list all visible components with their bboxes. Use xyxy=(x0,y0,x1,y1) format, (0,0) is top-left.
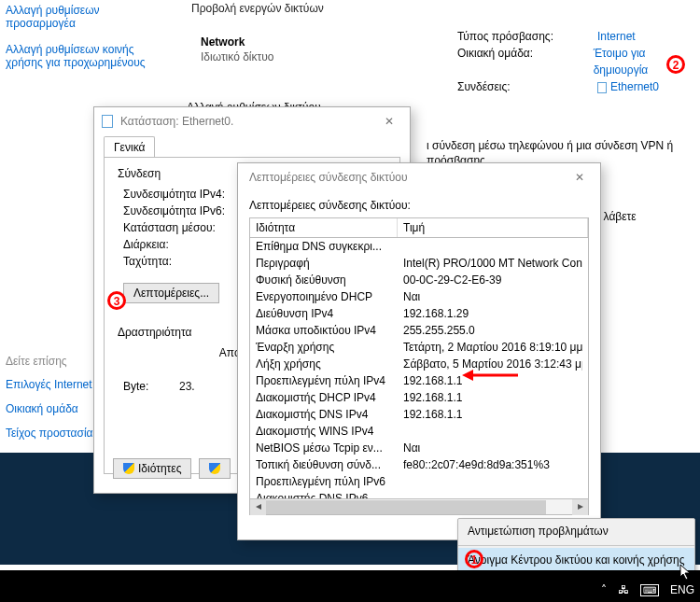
ethernet-icon xyxy=(597,82,607,93)
details-row[interactable]: Φυσική διεύθυνση00-0C-29-C2-E6-39 xyxy=(250,272,588,288)
details-titlebar[interactable]: Λεπτομέρειες σύνδεσης δικτύου ✕ xyxy=(238,163,600,191)
connections-label: Συνδέσεις: xyxy=(457,78,597,95)
status-title: Κατάσταση: Ethernet0. xyxy=(120,115,376,128)
network-name: Network xyxy=(201,35,273,49)
list-header: Ιδιότητα Τιμή xyxy=(249,217,589,238)
property-value: Τετάρτη, 2 Μαρτίου 2016 8:19:10 μμ xyxy=(403,339,582,356)
lang-indicator[interactable]: ENG xyxy=(670,583,694,596)
properties-label: Ιδιότητες xyxy=(138,462,181,475)
ethernet-label: Ethernet0 xyxy=(610,80,659,93)
status-titlebar[interactable]: Κατάσταση: Ethernet0. ✕ xyxy=(94,107,410,135)
active-networks-header: Προβολή ενεργών δικτύων xyxy=(191,2,324,15)
annotation-arrow xyxy=(462,369,518,382)
access-type-value: Internet xyxy=(597,28,636,45)
details-row[interactable]: Διακομιστής DHCP IPv4192.168.1.1 xyxy=(250,389,588,406)
menu-separator xyxy=(458,545,694,546)
left-nav: Αλλαγή ρυθμίσεων προσαρμογέα Αλλαγή ρυθμ… xyxy=(6,4,164,82)
property-value: Ναι xyxy=(403,288,582,305)
details-window: Λεπτομέρειες σύνδεσης δικτύου ✕ Λεπτομέρ… xyxy=(237,162,601,540)
property-value: 255.255.255.0 xyxy=(403,322,582,339)
scroll-left-button[interactable]: ◂ xyxy=(250,499,266,515)
property-name: Διακομιστής DNS IPv6 xyxy=(256,490,403,499)
property-value: 00-0C-29-C2-E6-39 xyxy=(403,272,582,288)
property-name: Προεπιλεγμένη πύλη IPv6 xyxy=(256,473,403,490)
details-row[interactable]: ΠεριγραφήIntel(R) PRO/1000 MT Network Co… xyxy=(250,255,588,272)
disable-button[interactable] xyxy=(199,458,231,479)
svg-marker-2 xyxy=(680,565,690,580)
advanced-sharing-link[interactable]: Αλλαγή ρυθμίσεων κοινής χρήσης για προχω… xyxy=(6,43,164,69)
adapter-settings-link[interactable]: Αλλαγή ρυθμίσεων προσαρμογέα xyxy=(6,4,164,30)
scroll-track[interactable] xyxy=(266,499,572,515)
open-network-center-item[interactable]: Άνοιγμα Κέντρου δικτύου και κοινής χρήση… xyxy=(458,548,694,572)
details-row[interactable]: Μάσκα υποδικτύου IPv4255.255.255.0 xyxy=(250,322,588,339)
property-value: 192.168.1.1 xyxy=(403,406,582,423)
ethernet-link[interactable]: Ethernet0 xyxy=(597,78,659,95)
details-row[interactable]: Λήξη χρήσηςΣάββατο, 5 Μαρτίου 2016 3:12:… xyxy=(250,356,588,372)
property-name: Φυσική διεύθυνση xyxy=(256,272,403,288)
property-name: NetBIOS μέσω Tcpip εν... xyxy=(256,440,403,456)
troubleshoot-item[interactable]: Αντιμετώπιση προβλημάτων xyxy=(458,519,694,543)
property-value xyxy=(403,238,582,255)
connection-info-table: Τύπος πρόσβασης:Internet Οικιακή ομάδα:Έ… xyxy=(457,28,700,95)
tray-chevron-icon[interactable]: ˄ xyxy=(601,583,607,596)
property-name: Διακομιστής DNS IPv4 xyxy=(256,406,403,423)
tray-context-menu: Αντιμετώπιση προβλημάτων Άνοιγμα Κέντρου… xyxy=(457,518,695,573)
system-tray: ˄ 🖧 ⌨ ENG xyxy=(601,583,694,596)
close-button[interactable]: ✕ xyxy=(376,112,402,131)
scroll-right-button[interactable]: ▸ xyxy=(572,499,588,515)
details-row[interactable]: Διακομιστής WINS IPv4 xyxy=(250,423,588,440)
bytes-label: Byte: xyxy=(123,378,179,395)
horizontal-scrollbar[interactable]: ◂ ▸ xyxy=(249,499,589,515)
taskbar[interactable]: ˄ 🖧 ⌨ ENG xyxy=(0,570,700,602)
details-row[interactable]: Διεύθυνση IPv4192.168.1.29 xyxy=(250,305,588,322)
details-row[interactable]: NetBIOS μέσω Tcpip εν...Ναι xyxy=(250,440,588,456)
property-name: Τοπική διεύθυνση σύνδ... xyxy=(256,456,403,473)
properties-button[interactable]: Ιδιότητες xyxy=(113,458,191,479)
homegroup-label: Οικιακή ομάδα: xyxy=(457,45,594,78)
col-value[interactable]: Τιμή xyxy=(398,218,588,237)
property-value: 192.168.1.29 xyxy=(403,305,582,322)
bytes-value: 23. xyxy=(179,378,195,395)
annotation-circle-2: 2 xyxy=(666,55,685,74)
property-value xyxy=(403,473,582,490)
access-type-label: Τύπος πρόσβασης: xyxy=(457,28,597,45)
keyboard-icon[interactable]: ⌨ xyxy=(640,584,659,596)
property-name: Προεπιλεγμένη πύλη IPv4 xyxy=(256,372,403,389)
property-value: Intel(R) PRO/1000 MT Network Connecti xyxy=(403,255,582,272)
property-value: 192.168.1.1 xyxy=(403,389,582,406)
mouse-cursor-icon xyxy=(679,564,693,581)
annotation-circle-1: 1 xyxy=(465,550,483,568)
property-name: Διεύθυνση IPv4 xyxy=(256,305,403,322)
close-button[interactable]: ✕ xyxy=(567,168,593,187)
network-block: Network Ιδιωτικό δίκτυο xyxy=(201,35,273,63)
property-name: Περιγραφή xyxy=(256,255,403,272)
network-tray-icon[interactable]: 🖧 xyxy=(618,583,629,596)
col-property[interactable]: Ιδιότητα xyxy=(250,218,398,237)
details-row[interactable]: Διακομιστής DNS IPv6 xyxy=(250,490,588,499)
details-row[interactable]: Ενεργοποιημένο DHCPΝαι xyxy=(250,288,588,305)
ethernet-icon xyxy=(102,115,113,128)
details-row[interactable]: Προεπιλεγμένη πύλη IPv4192.168.1.1 xyxy=(250,372,588,389)
details-row[interactable]: Έναρξη χρήσηςΤετάρτη, 2 Μαρτίου 2016 8:1… xyxy=(250,339,588,356)
property-value: Ναι xyxy=(403,440,582,456)
details-button[interactable]: Λεπτομέρειες... xyxy=(123,283,219,303)
see-also-header: Δείτε επίσης xyxy=(6,355,67,368)
annotation-circle-3: 3 xyxy=(107,291,126,310)
property-value xyxy=(403,490,582,499)
property-name: Διακομιστής DHCP IPv4 xyxy=(256,389,403,406)
property-value: fe80::2c07:4e9d:8d9a:351%3 xyxy=(403,456,582,473)
tab-general[interactable]: Γενικά xyxy=(104,136,155,158)
property-name: Έναρξη χρήσης xyxy=(256,339,403,356)
details-row[interactable]: Διακομιστής DNS IPv4192.168.1.1 xyxy=(250,406,588,423)
property-name: Επίθημα DNS συγκεκρι... xyxy=(256,238,403,255)
details-caption: Λεπτομέρειες σύνδεσης δικτύου: xyxy=(249,199,589,212)
details-row[interactable]: Επίθημα DNS συγκεκρι... xyxy=(250,238,588,255)
property-name: Ενεργοποιημένο DHCP xyxy=(256,288,403,305)
details-row[interactable]: Προεπιλεγμένη πύλη IPv6 xyxy=(250,473,588,490)
property-name: Διακομιστής WINS IPv4 xyxy=(256,423,403,440)
scroll-thumb[interactable] xyxy=(266,500,546,514)
details-row[interactable]: Τοπική διεύθυνση σύνδ...fe80::2c07:4e9d:… xyxy=(250,456,588,473)
shield-icon xyxy=(123,463,134,474)
property-name: Λήξη χρήσης xyxy=(256,356,403,372)
svg-marker-1 xyxy=(462,370,473,381)
